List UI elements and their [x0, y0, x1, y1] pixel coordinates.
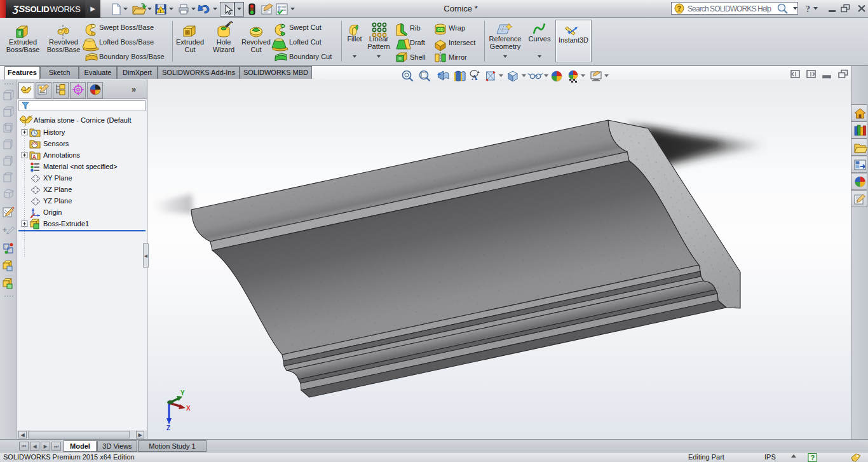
- svg-text:A: A: [32, 154, 36, 160]
- svg-text:Origin: Origin: [43, 208, 62, 216]
- svg-text:XZ Plane: XZ Plane: [43, 186, 72, 193]
- svg-text:Boss-Extrude1: Boss-Extrude1: [43, 220, 89, 228]
- svg-text:History: History: [43, 128, 65, 136]
- svg-text:SOLID: SOLID: [25, 4, 49, 14]
- svg-text:ƷS: ƷS: [12, 3, 25, 14]
- svg-text:X: X: [186, 405, 191, 412]
- svg-text:Z: Z: [166, 425, 170, 431]
- svg-text:Annotations: Annotations: [43, 151, 81, 159]
- svg-text:YZ Plane: YZ Plane: [43, 197, 72, 205]
- svg-text:Search SOLIDWORKS Help: Search SOLIDWORKS Help: [688, 4, 771, 13]
- svg-text:Sensors: Sensors: [43, 140, 69, 147]
- svg-text:Material <not specified>: Material <not specified>: [43, 163, 118, 170]
- svg-text:CD: CD: [438, 27, 444, 32]
- svg-text:+: +: [3, 226, 7, 234]
- svg-text:?: ?: [811, 454, 815, 461]
- svg-text:WORKS: WORKS: [50, 4, 81, 14]
- svg-text:A: A: [471, 72, 478, 82]
- svg-text:!: !: [159, 9, 161, 13]
- svg-text:»: »: [132, 85, 136, 94]
- svg-text:Y: Y: [180, 390, 185, 397]
- svg-text:XY Plane: XY Plane: [43, 174, 72, 182]
- svg-text:Afamia stone - Cornice (Defau: Afamia stone - Cornice (Default: [34, 116, 131, 124]
- svg-text:?: ?: [806, 4, 810, 14]
- svg-text:?: ?: [677, 4, 682, 12]
